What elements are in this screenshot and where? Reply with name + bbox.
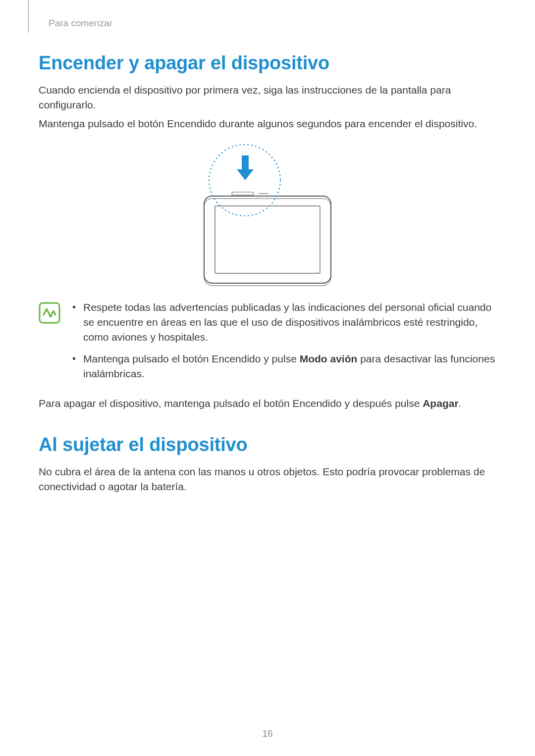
note-bullet: Respete todas las advertencias publicada…: [83, 300, 496, 344]
page-number: 16: [0, 728, 535, 739]
svg-rect-2: [215, 206, 320, 273]
note-block: Respete todas las advertencias publicada…: [39, 300, 496, 388]
arrow-down-icon: [237, 155, 254, 180]
section-label: Para comenzar: [49, 18, 496, 29]
heading-power: Encender y apagar el dispositivo: [39, 52, 496, 74]
note-bold: Modo avión: [300, 353, 358, 364]
svg-rect-8: [40, 303, 59, 323]
text: Para apagar el dispositivo, mantenga pul…: [39, 398, 423, 409]
heading-hold: Al sujetar el dispositivo: [39, 434, 496, 455]
note-text: Respete todas las advertencias publicada…: [83, 302, 491, 343]
header-rule: [28, 0, 29, 33]
svg-rect-3: [232, 192, 254, 195]
paragraph: No cubra el área de la antena con las ma…: [39, 464, 496, 494]
note-icon: [39, 302, 60, 326]
text: .: [459, 398, 462, 409]
svg-rect-6: [242, 155, 249, 170]
manual-page: Para comenzar Encender y apagar el dispo…: [0, 0, 535, 756]
text-bold: Apagar: [423, 398, 458, 409]
note-text: Mantenga pulsado el botón Encendido y pu…: [83, 353, 300, 364]
paragraph: Cuando encienda el dispositivo por prime…: [39, 83, 496, 112]
paragraph: Para apagar el dispositivo, mantenga pul…: [39, 396, 496, 411]
svg-marker-7: [237, 169, 254, 180]
tablet-power-illustration-icon: [193, 144, 342, 287]
paragraph: Mantenga pulsado el botón Encendido dura…: [39, 116, 496, 131]
figure-power-on: [39, 144, 496, 287]
note-bullet: Mantenga pulsado el botón Encendido y pu…: [83, 352, 496, 381]
